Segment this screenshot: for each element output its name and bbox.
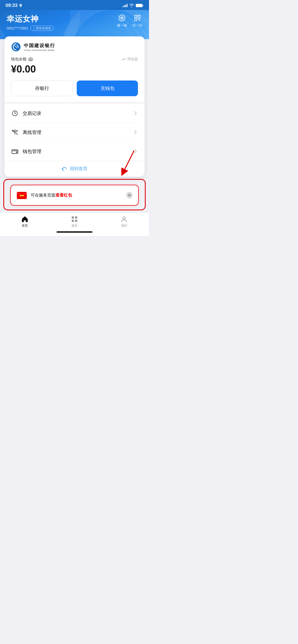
svg-rect-27 — [75, 216, 77, 219]
chevron-right-icon — [133, 111, 138, 116]
svg-point-14 — [30, 58, 31, 60]
coin-info[interactable]: 币信息 — [122, 57, 138, 62]
main-content: 中国建设银行 China Construction Bank 钱包余额 — [0, 36, 149, 177]
chevron-right-icon-2 — [133, 130, 138, 135]
svg-line-17 — [15, 113, 16, 114]
notification-close-button[interactable] — [126, 192, 133, 198]
nav-profile[interactable]: 我的 — [99, 216, 149, 228]
scan-button[interactable]: 扫一扫 — [132, 14, 142, 28]
wallet-management-item[interactable]: 钱包管理 — [11, 142, 138, 161]
svg-rect-2 — [143, 5, 143, 6]
offline-management-item[interactable]: 离线管理 — [11, 123, 138, 142]
bottom-nav: 首页 服务 我的 — [0, 213, 149, 229]
balance-label-row: 钱包余额 币信息 — [11, 57, 138, 62]
svg-rect-21 — [16, 152, 17, 153]
svg-point-5 — [122, 18, 123, 18]
balance-amount: ¥0.00 — [11, 63, 138, 75]
svg-rect-29 — [75, 220, 77, 222]
top-up-wallet-button[interactable]: 充钱包 — [77, 80, 138, 96]
bump-label: 碰一碰 — [117, 23, 127, 28]
svg-point-0 — [20, 5, 21, 6]
account-badge: 二类实名钱包 — [30, 26, 54, 31]
red-envelope-icon — [16, 190, 27, 201]
action-buttons: 存银行 充钱包 — [11, 80, 138, 96]
svg-rect-7 — [138, 15, 140, 17]
bank-name-cn: 中国建设银行 — [24, 42, 55, 49]
svg-point-30 — [123, 217, 126, 219]
bank-name-en: China Construction Bank — [24, 49, 55, 52]
home-bar-indicator — [57, 231, 92, 233]
notification-text: 可在服务页面查看红包 — [31, 193, 124, 198]
svg-rect-23 — [20, 195, 24, 196]
user-name: 幸运女神 — [7, 14, 54, 24]
deposit-bank-button[interactable]: 存银行 — [11, 80, 73, 96]
svg-point-19 — [15, 134, 15, 135]
battery-icon — [136, 4, 143, 7]
clock-icon — [11, 109, 19, 117]
svg-rect-28 — [72, 220, 74, 222]
status-icons — [123, 4, 143, 7]
signal-icon — [123, 4, 127, 7]
chevron-right-icon-3 — [133, 149, 138, 154]
transaction-history-item[interactable]: 交易记录 — [11, 104, 138, 123]
home-icon — [21, 216, 28, 223]
header: 幸运女神 0051****2591 二类实名钱包 碰一碰 — [0, 10, 149, 39]
menu-list: 交易记录 — [4, 104, 145, 161]
bump-button[interactable]: 碰一碰 — [117, 14, 127, 28]
scan-label: 扫一扫 — [132, 23, 142, 28]
status-time: 09:33 — [6, 3, 23, 8]
wallet-manage-icon — [11, 147, 19, 155]
eye-icon[interactable] — [28, 57, 33, 62]
profile-icon — [121, 216, 128, 223]
apps-icon — [71, 216, 78, 223]
nav-home[interactable]: 首页 — [0, 216, 50, 228]
location-icon — [19, 4, 23, 7]
home-bar — [0, 229, 149, 236]
status-bar: 09:33 — [0, 0, 149, 10]
return-home-label: 回到首页 — [70, 166, 87, 172]
return-home-icon — [62, 166, 68, 172]
red-envelope-notification: 可在服务页面查看红包 — [10, 185, 139, 206]
nav-services[interactable]: 服务 — [50, 216, 99, 228]
return-home-button[interactable]: 回到首页 — [4, 161, 145, 177]
notification-highlight: 可在服务页面查看红包 — [3, 179, 146, 210]
account-info: 0051****2591 二类实名钱包 — [7, 26, 54, 31]
section-divider — [4, 102, 145, 104]
chart-icon — [122, 58, 126, 61]
svg-rect-26 — [72, 216, 74, 219]
wifi-icon — [129, 4, 134, 7]
svg-rect-1 — [136, 4, 142, 7]
bank-card: 中国建设银行 China Construction Bank 钱包余额 — [4, 36, 145, 177]
bank-logo — [11, 42, 21, 52]
bank-logo-row: 中国建设银行 China Construction Bank — [11, 42, 138, 52]
svg-rect-6 — [135, 15, 137, 17]
offline-icon — [11, 128, 19, 136]
svg-rect-8 — [135, 18, 137, 21]
balance-label: 钱包余额 — [11, 57, 33, 62]
